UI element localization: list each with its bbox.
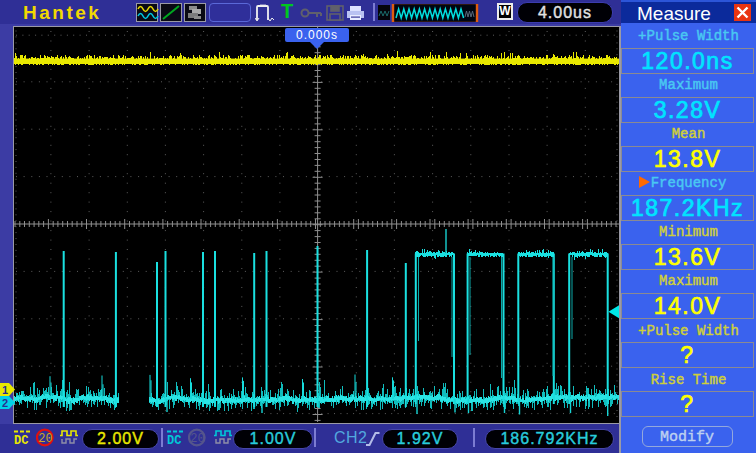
svg-text:2: 2 bbox=[2, 396, 8, 408]
svg-text:DC: DC bbox=[167, 434, 181, 446]
svg-text:DC: DC bbox=[14, 434, 28, 446]
svg-text:20: 20 bbox=[190, 432, 204, 446]
svg-text:20: 20 bbox=[38, 432, 52, 446]
svg-text:1: 1 bbox=[2, 384, 8, 396]
